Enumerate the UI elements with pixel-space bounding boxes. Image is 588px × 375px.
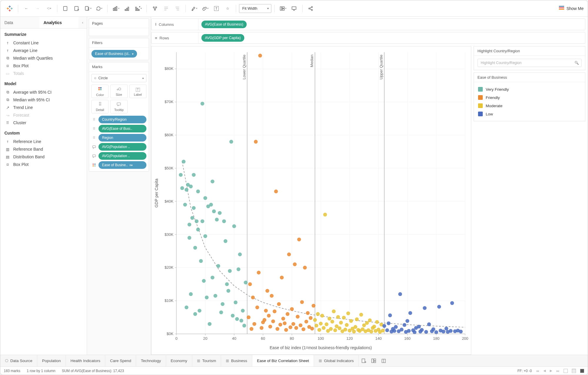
show-me-button[interactable]: Show Me (559, 6, 584, 11)
new-dashboard-icon[interactable] (71, 3, 82, 14)
svg-rect-15 (116, 6, 117, 11)
legend-item[interactable]: Low (477, 110, 582, 118)
mark-pill-row[interactable]: ⠿Region (91, 134, 146, 142)
sheet-tab[interactable]: Population (37, 355, 66, 366)
item-ref-band[interactable]: ▥Reference Band (4, 145, 83, 153)
new-story-icon[interactable] (379, 355, 389, 366)
text-icon[interactable]: T (211, 3, 222, 14)
mark-pill-row[interactable]: ⠿Country/Region (91, 116, 146, 123)
rows-shelf[interactable]: ≡Rows AVG(GDP per Capita) (151, 32, 585, 44)
mark-pill-row[interactable]: AVG(Population .. (91, 143, 146, 151)
svg-text:$20K: $20K (165, 265, 174, 270)
legend-item[interactable]: Friendly (477, 93, 582, 102)
revert-icon[interactable]: ⟲▾ (44, 3, 54, 14)
legend-item[interactable]: Very Friendly (477, 85, 582, 93)
sheet-tab[interactable]: ⊞Business (221, 355, 252, 366)
new-worksheet-icon[interactable] (60, 3, 71, 14)
prev-icon[interactable]: ◀ (543, 369, 546, 373)
mark-tooltip[interactable]: Tooltip (110, 100, 127, 113)
svg-point-102 (196, 189, 200, 193)
svg-point-48 (100, 89, 102, 90)
tab-data-source[interactable]: ⎔Data Source (0, 355, 37, 366)
sheet-tab[interactable]: Ease of Biz Correlation Sheet (252, 355, 314, 366)
mark-size[interactable]: Size (110, 85, 127, 98)
item-box-plot-2[interactable]: ⧈Box Plot (4, 161, 83, 168)
last-icon[interactable]: ⏭ (556, 369, 559, 373)
svg-point-139 (247, 315, 250, 319)
first-icon[interactable]: ⏮ (536, 369, 539, 373)
view-grid-icon[interactable] (564, 369, 568, 373)
svg-point-96 (192, 206, 196, 210)
share-icon[interactable] (305, 3, 316, 14)
view-list-icon[interactable] (572, 369, 576, 373)
legend-item[interactable]: Moderate (477, 102, 582, 110)
svg-point-137 (242, 324, 246, 327)
rows-pill[interactable]: AVG(GDP per Capita) (201, 34, 244, 42)
item-box-plot[interactable]: ⧈Box Plot (4, 62, 83, 70)
item-med-95ci[interactable]: ⧉Median with 95% CI (4, 96, 83, 104)
sheet-tab[interactable]: Care Spend (105, 355, 136, 366)
mark-label[interactable]: TLabel (129, 85, 146, 98)
view-full-icon[interactable] (580, 369, 584, 373)
item-ref-line[interactable]: ⫯Reference Line (4, 138, 83, 145)
new-sheet-icon[interactable] (359, 355, 369, 366)
status-sum: SUM of AVG(Ease of Business): 17,423 (62, 369, 124, 373)
new-dashboard-tab-icon[interactable] (369, 355, 379, 366)
next-icon[interactable]: ▶ (550, 369, 552, 373)
sheet-tab[interactable]: Technology (136, 355, 166, 366)
highlight-search-input[interactable]: Highlight Country/Region (477, 59, 582, 67)
duplicate-icon[interactable]: ▾ (83, 3, 93, 14)
svg-text:200: 200 (462, 336, 468, 341)
highlight-icon[interactable]: ▾ (189, 3, 199, 14)
pin-icon[interactable]: ☆ (222, 3, 233, 14)
svg-point-208 (346, 312, 350, 315)
item-cluster[interactable]: ⠿Cluster (4, 119, 83, 127)
svg-point-93 (189, 292, 193, 296)
chart-viz[interactable]: Lower QuartileMedianUpper Quartile020406… (151, 46, 471, 355)
sort-desc-icon[interactable]: ▾ (133, 3, 143, 14)
svg-point-224 (369, 330, 373, 334)
item-constant-line[interactable]: ⫯Constant Line (4, 39, 83, 47)
svg-point-123 (222, 219, 226, 223)
swap-icon[interactable]: ▾ (111, 3, 121, 14)
status-marks: 183 marks (4, 369, 20, 373)
sheet-tab[interactable]: ⊞Tourism (192, 355, 221, 366)
item-dist-band[interactable]: ▤Distribution Band (4, 153, 83, 161)
item-average-line[interactable]: ⫯Average Line (4, 47, 83, 54)
sort-asc-icon[interactable] (122, 3, 132, 14)
svg-point-119 (216, 264, 220, 268)
mark-type-select[interactable]: ○ Circle (91, 74, 146, 82)
mark-color[interactable]: Color (91, 85, 108, 98)
item-avg-95ci[interactable]: ⧉Average with 95% CI (4, 88, 83, 96)
filter-pill-ease[interactable]: Ease of Business (cl..▾ (91, 50, 137, 58)
clip-icon[interactable]: ▾ (200, 3, 211, 14)
mark-pill-row[interactable]: ⠿AVG(Ease of Busi.. (91, 125, 146, 132)
refresh-icon[interactable]: ▾ (94, 3, 104, 14)
svg-rect-21 (138, 9, 139, 11)
collapse-side-icon[interactable]: ‹ (78, 17, 87, 28)
sheet-tab[interactable]: Economy (166, 355, 192, 366)
mark-detail[interactable]: ⠿Detail (91, 100, 108, 113)
svg-point-105 (201, 219, 204, 223)
undo-icon[interactable]: ← (21, 3, 32, 14)
show-labels-icon[interactable] (161, 3, 171, 14)
item-median-quartiles[interactable]: ⧉Median with Quartiles (4, 54, 83, 62)
redo-icon[interactable]: → (32, 3, 43, 14)
mark-pill-row[interactable]: Ease of Busine.. ≡▾ (91, 161, 146, 169)
group-icon[interactable] (150, 3, 160, 14)
columns-shelf[interactable]: ⦀Columns AVG(Ease of Business) (151, 19, 585, 30)
totals-icon[interactable] (172, 3, 183, 14)
fit-select[interactable]: Fit Width (239, 4, 271, 13)
tab-analytics[interactable]: Analytics (39, 17, 78, 28)
columns-pill[interactable]: AVG(Ease of Business) (201, 21, 247, 28)
show-cards-icon[interactable]: ▾ (278, 3, 288, 14)
sheet-tab[interactable]: ⊞Global Indicators (314, 355, 359, 366)
item-trend-line[interactable]: ↗Trend Line (4, 104, 83, 111)
mark-pill-row[interactable]: AVG(Population .. (91, 152, 146, 160)
tableau-logo-icon[interactable] (4, 3, 15, 14)
presentation-icon[interactable] (289, 3, 299, 14)
svg-point-141 (250, 327, 253, 331)
sheet-tab[interactable]: Health Indicators (66, 355, 105, 366)
svg-point-114 (211, 180, 214, 184)
tab-data[interactable]: Data (0, 17, 39, 28)
